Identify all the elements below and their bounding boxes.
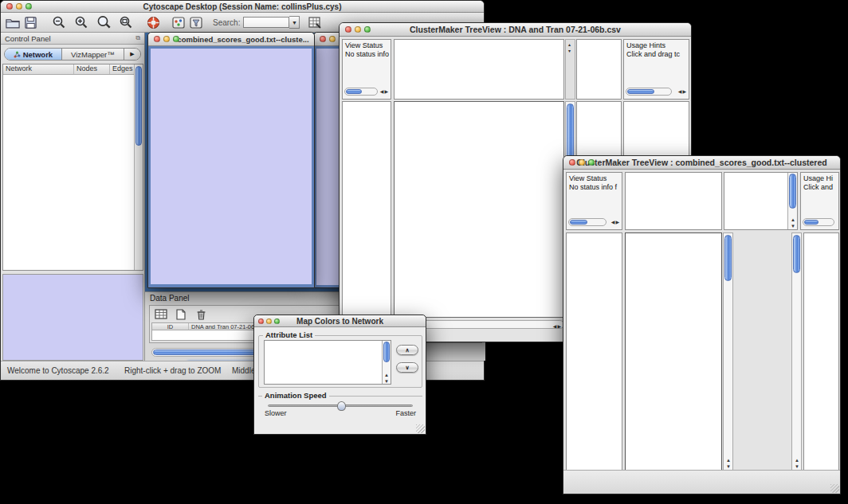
resize-grip[interactable]	[830, 484, 839, 493]
tv1-usage-hints-title: Usage Hints	[626, 41, 665, 49]
minimize-button[interactable]	[16, 3, 22, 10]
close-button[interactable]	[6, 3, 13, 10]
minimize-button[interactable]	[266, 318, 272, 324]
tv1-view-status-title: View Status	[345, 41, 383, 49]
tv1-window-title: ClusterMaker TreeView : DNA and Tran 07-…	[340, 25, 691, 34]
attribute-table-icon[interactable]	[306, 14, 324, 30]
slider-thumb[interactable]	[337, 401, 346, 411]
tv2-heatmap-vscroll[interactable]: ▲▼	[723, 232, 733, 471]
close-button[interactable]	[154, 36, 160, 42]
zoom-button[interactable]	[364, 26, 371, 33]
network-tab-icon	[14, 51, 21, 58]
tv1-hints-scrollbar[interactable]	[626, 88, 672, 96]
tv1-column-labels	[576, 39, 622, 100]
tv1-dendro-scroll-strip[interactable]: ▴▾	[565, 39, 575, 100]
open-session-icon[interactable]	[4, 14, 22, 30]
scroll-arrows[interactable]: ◀▶	[380, 88, 389, 94]
search-input[interactable]	[243, 17, 289, 28]
tv2-top-dendrogram[interactable]	[625, 172, 722, 230]
search-label: Search:	[213, 18, 240, 27]
birdseye-canvas[interactable]	[3, 275, 143, 360]
network-list-scrollbar[interactable]	[134, 64, 143, 270]
network-canvas-1[interactable]	[151, 49, 312, 284]
col-network[interactable]: Network	[3, 64, 74, 74]
tab-overflow-arrow[interactable]: ▶	[124, 49, 140, 60]
tv2-usage-hints-title: Usage Hi	[803, 174, 833, 182]
net1-title-bar[interactable]: combined_scores_good.txt--cluste...	[148, 33, 314, 46]
faster-label: Faster	[395, 409, 416, 417]
save-session-icon[interactable]	[22, 14, 39, 30]
zoom-selected-icon[interactable]	[95, 14, 112, 30]
zoom-fit-icon[interactable]	[117, 14, 135, 30]
data-col-id[interactable]: ID	[152, 323, 189, 330]
resize-grip[interactable]	[416, 424, 425, 433]
move-up-button[interactable]: ∧	[396, 345, 418, 355]
animation-speed-slider[interactable]	[268, 404, 413, 407]
dialog-title: Map Colors to Network	[254, 317, 426, 326]
close-button[interactable]	[258, 318, 264, 324]
tv2-view-status: View Status No status info f ◀▶	[566, 172, 622, 230]
close-button[interactable]	[569, 159, 575, 166]
tv1-heatmap[interactable]	[394, 101, 564, 318]
layout-network-icon[interactable]	[170, 14, 187, 30]
tv1-title-bar[interactable]: ClusterMaker TreeView : DNA and Tran 07-…	[340, 23, 691, 37]
tv2-hints-scrollbar[interactable]	[803, 218, 834, 226]
zoom-button[interactable]	[588, 159, 595, 166]
col-nodes[interactable]: Nodes	[74, 64, 110, 74]
zoom-in-icon[interactable]	[73, 14, 90, 30]
attribute-list-vscroll[interactable]: ▲▼	[382, 341, 391, 384]
status-zoom-hint: Right-click + drag to ZOOM	[124, 366, 221, 375]
tab-vizmapper[interactable]: VizMapper™	[62, 49, 124, 60]
minimize-button[interactable]	[329, 36, 336, 42]
move-down-button[interactable]: ∨	[396, 362, 418, 373]
status-welcome: Welcome to Cytoscape 2.6.2	[7, 366, 109, 375]
tv2-bottom-bar	[563, 470, 840, 494]
tv1-usage-hints: Usage Hints Click and drag tc ◀▶	[623, 39, 689, 100]
tv2-view-status-text: No status info f	[569, 183, 617, 191]
float-panel-icon[interactable]: ⧉	[135, 34, 140, 42]
tv2-window-title: ClusterMaker TreeView : combined_scores_…	[563, 158, 840, 167]
tab-vizmapper-label: VizMapper™	[71, 50, 115, 59]
tv1-left-dendrogram[interactable]	[342, 101, 391, 318]
minimize-button[interactable]	[163, 36, 170, 42]
map-colors-dialog: Map Colors to Network Attribute List ▲▼ …	[253, 315, 426, 435]
help-lifesaver-icon[interactable]	[144, 14, 162, 30]
scroll-arrows[interactable]: ◀▶	[678, 88, 687, 94]
tv2-usage-hints-text: Click and	[803, 183, 833, 191]
tab-network[interactable]: Network	[5, 49, 62, 60]
tv1-viewstatus-scrollbar[interactable]	[344, 88, 378, 96]
tv2-viewstatus-scrollbar[interactable]	[568, 218, 607, 226]
minimize-button[interactable]	[355, 26, 361, 33]
tv2-collabel-vscroll[interactable]: ▲▼	[787, 173, 797, 229]
close-button[interactable]	[345, 26, 351, 33]
minimize-button[interactable]	[579, 159, 585, 166]
tv2-zoom-heatmap[interactable]	[737, 232, 790, 471]
filter-funnel-icon[interactable]	[187, 14, 205, 30]
desktop: Cytoscape Desktop (Session Name: collins…	[0, 0, 848, 504]
datapanel-table-icon[interactable]	[153, 307, 169, 321]
datapanel-trash-icon[interactable]	[193, 307, 209, 321]
animation-speed-label: Animation Speed	[262, 391, 329, 400]
close-button[interactable]	[320, 36, 326, 42]
control-panel: Control Panel ⧉ Network VizMapper™ ▶	[1, 33, 145, 361]
tv1-top-dendrogram[interactable]	[394, 39, 564, 100]
network-view-window-1: combined_scores_good.txt--cluste...	[147, 32, 315, 288]
zoom-button[interactable]	[26, 3, 32, 10]
datapanel-newdoc-icon[interactable]	[173, 307, 189, 321]
dialog-title-bar[interactable]: Map Colors to Network	[254, 315, 426, 327]
control-panel-title: Control Panel	[5, 34, 51, 43]
zoom-out-icon[interactable]	[50, 14, 68, 30]
zoom-button[interactable]	[173, 36, 179, 42]
search-dropdown-arrow[interactable]: ▼	[289, 16, 300, 29]
birdseye-panel[interactable]	[2, 274, 143, 361]
main-title-bar[interactable]: Cytoscape Desktop (Session Name: collins…	[1, 1, 484, 13]
zoom-button[interactable]	[274, 318, 280, 324]
tv2-heatmap[interactable]	[625, 232, 722, 471]
tv2-left-dendrogram[interactable]	[566, 232, 622, 471]
scroll-arrows[interactable]: ◀▶	[611, 219, 620, 225]
attribute-listbox[interactable]: ▲▼	[264, 340, 391, 385]
network-list: Network Nodes Edges	[2, 64, 143, 271]
tv2-title-bar[interactable]: ClusterMaker TreeView : combined_scores_…	[563, 156, 840, 170]
tv2-zoom-vscroll[interactable]: ▲▼	[791, 232, 802, 471]
tv1-view-status: View Status No status info f ◀▶	[342, 39, 391, 100]
